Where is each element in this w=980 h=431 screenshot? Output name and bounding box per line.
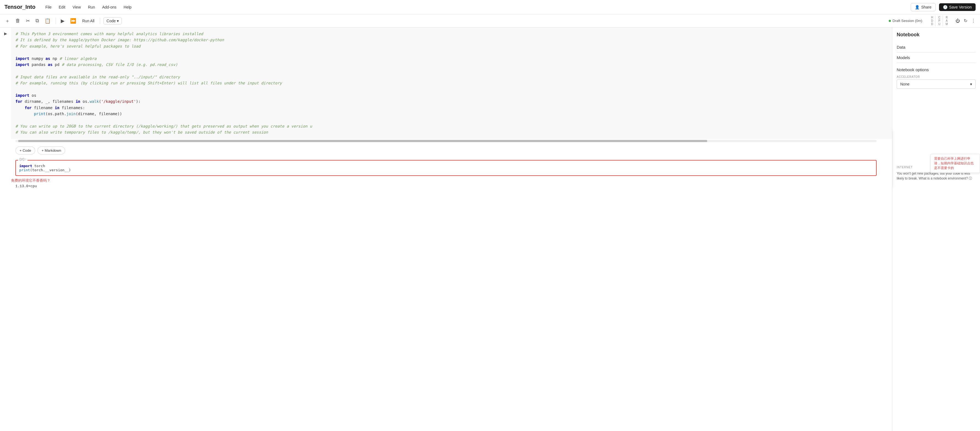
chevron-down-icon2: ▾ bbox=[970, 82, 972, 86]
toolbar-divider2 bbox=[100, 17, 100, 24]
models-section[interactable]: Models bbox=[897, 52, 975, 63]
ram-label2: A bbox=[946, 19, 948, 22]
code-comment: # You can also write temporary files to … bbox=[15, 130, 268, 134]
cell-1-content[interactable]: # This Python 3 environment comes with m… bbox=[11, 27, 892, 139]
keyword-for2: for bbox=[25, 105, 32, 110]
notebook-title: Notebook bbox=[897, 32, 975, 38]
cpu-label3: U bbox=[938, 22, 940, 26]
menu-bar: File Edit View Run Add-ons Help bbox=[44, 5, 132, 10]
builtin-print: print bbox=[34, 111, 45, 116]
code-type-label: Code bbox=[107, 19, 116, 23]
code-comment: # This Python 3 environment comes with m… bbox=[15, 32, 203, 36]
run-all-button[interactable]: Run All bbox=[80, 17, 97, 24]
hdd-resource: H D D bbox=[929, 15, 935, 26]
keyword-for: for bbox=[15, 99, 22, 103]
run-button[interactable]: ▶ bbox=[59, 17, 66, 25]
menu-view[interactable]: View bbox=[72, 5, 82, 10]
code-comment: # Input data files are available in the … bbox=[15, 75, 180, 79]
save-label: Save Version bbox=[949, 5, 972, 10]
ram-label3: M bbox=[946, 22, 948, 26]
cpu-resource: C P U bbox=[936, 15, 943, 26]
code-comment: # data processing, CSV file I/O (e.g. pd… bbox=[62, 62, 178, 67]
code-comment: # For example, here's several helpful pa… bbox=[15, 44, 140, 48]
toolbar: ＋ 🗑 ✂ ⧉ 📋 ▶ ⏩ Run All Code ▾ Draft Sessi… bbox=[0, 14, 980, 27]
app-title: Tensor_Into bbox=[5, 4, 35, 10]
power-button[interactable]: ⏻ bbox=[955, 17, 961, 24]
resource-indicators: H D D C P U R A M bbox=[929, 15, 950, 26]
annotation-bubble: 需要自己科学上网进行申请，短期内学基础知识点也是不需要卡的 bbox=[931, 154, 980, 173]
cell-2-output-cell[interactable]: [2]: import torch print(torch.__version_… bbox=[15, 160, 877, 176]
hdd-label: H bbox=[931, 16, 933, 19]
func-join: join bbox=[66, 111, 76, 116]
keyword-in2: in bbox=[55, 105, 59, 110]
cut-button[interactable]: ✂ bbox=[24, 17, 32, 25]
keyword-as: as bbox=[46, 56, 50, 61]
cell-2-wrapper: [2]: import torch print(torch.__version_… bbox=[0, 160, 892, 188]
session-status: Draft Session (0m) bbox=[889, 19, 922, 23]
right-panel: Notebook Data Models Notebook options AC… bbox=[892, 27, 980, 431]
cell-1: ▶ # This Python 3 environment comes with… bbox=[0, 27, 892, 139]
accelerator-value: None bbox=[900, 82, 909, 86]
notebook-area: ▶ # This Python 3 environment comes with… bbox=[0, 27, 892, 431]
chevron-down-icon: ▾ bbox=[117, 19, 119, 23]
func-walk: walk bbox=[90, 99, 99, 103]
data-section[interactable]: Data bbox=[897, 42, 975, 52]
code-comment: # For example, running this (by clicking… bbox=[15, 81, 282, 85]
toolbar-icons: ⏻ ↻ ⋮ bbox=[955, 17, 977, 24]
save-icon: 🕐 bbox=[943, 5, 948, 10]
cpu-label2: P bbox=[939, 19, 940, 22]
person-icon: 👤 bbox=[915, 5, 920, 10]
add-cell-icon-button[interactable]: ＋ bbox=[3, 16, 11, 25]
cell-1-scrollbar-thumb bbox=[18, 140, 707, 142]
cell-2-result: 1.13.0+cpu bbox=[15, 184, 892, 188]
code-comment: # linear algebra bbox=[59, 56, 97, 61]
toolbar-divider bbox=[56, 17, 56, 24]
refresh-button[interactable]: ↻ bbox=[963, 17, 969, 24]
fast-forward-button[interactable]: ⏩ bbox=[68, 17, 78, 25]
add-code-button[interactable]: + Code bbox=[15, 146, 35, 154]
accelerator-select[interactable]: None ▾ bbox=[897, 80, 975, 89]
share-button[interactable]: 👤 Share bbox=[911, 3, 935, 11]
builtin-print2: print bbox=[19, 168, 30, 172]
keyword-import: import bbox=[15, 56, 29, 61]
copy-button[interactable]: ⧉ bbox=[34, 17, 41, 25]
accelerator-label: ACCELERATOR bbox=[897, 75, 975, 78]
topbar-left: Tensor_Into File Edit View Run Add-ons H… bbox=[5, 4, 132, 10]
keyword-import4: import bbox=[19, 164, 32, 168]
menu-edit[interactable]: Edit bbox=[58, 5, 67, 10]
share-label: Share bbox=[921, 5, 931, 10]
top-bar: Tensor_Into File Edit View Run Add-ons H… bbox=[0, 0, 980, 14]
session-label: Draft Session (0m) bbox=[892, 19, 922, 23]
output-annotation: 免费的环境它不香香吗？ bbox=[11, 178, 892, 183]
cell-1-gutter: ▶ bbox=[0, 27, 11, 139]
hdd-label3: D bbox=[931, 22, 933, 26]
menu-help[interactable]: Help bbox=[123, 5, 133, 10]
paste-button[interactable]: 📋 bbox=[43, 17, 52, 25]
code-comment: # It is defined by the kaggle/python Doc… bbox=[15, 38, 224, 42]
menu-file[interactable]: File bbox=[44, 5, 53, 10]
menu-addons[interactable]: Add-ons bbox=[101, 5, 118, 10]
keyword-as2: as bbox=[48, 62, 52, 67]
topbar-right: 👤 Share 🕐 Save Version bbox=[911, 3, 975, 11]
menu-run[interactable]: Run bbox=[87, 5, 96, 10]
cell-2-code[interactable]: import torch print(torch.__version__) bbox=[19, 164, 873, 172]
accelerator-section: ACCELERATOR None ▾ bbox=[897, 75, 975, 89]
keyword-in: in bbox=[76, 99, 80, 103]
delete-cell-button[interactable]: 🗑 bbox=[14, 17, 22, 25]
string-path: '/kaggle/input' bbox=[101, 99, 136, 103]
ram-label: R bbox=[946, 16, 948, 19]
session-indicator bbox=[889, 20, 891, 22]
main-layout: ▶ # This Python 3 environment comes with… bbox=[0, 27, 980, 431]
save-version-button[interactable]: 🕐 Save Version bbox=[939, 3, 976, 11]
add-markdown-button[interactable]: + Markdown bbox=[37, 146, 65, 154]
cell-1-scrollbar[interactable] bbox=[15, 140, 877, 142]
notebook-options-title: Notebook options bbox=[897, 67, 975, 72]
more-options-button[interactable]: ⋮ bbox=[970, 17, 977, 24]
hdd-label2: D bbox=[931, 19, 933, 22]
code-type-selector[interactable]: Code ▾ bbox=[103, 17, 121, 24]
cell-1-run-button[interactable]: ▶ bbox=[4, 31, 7, 36]
add-cell-bar: + Code + Markdown bbox=[0, 143, 892, 158]
keyword-import2: import bbox=[15, 62, 29, 67]
ram-resource: R A M bbox=[943, 15, 950, 26]
keyword-import3: import bbox=[15, 93, 29, 98]
